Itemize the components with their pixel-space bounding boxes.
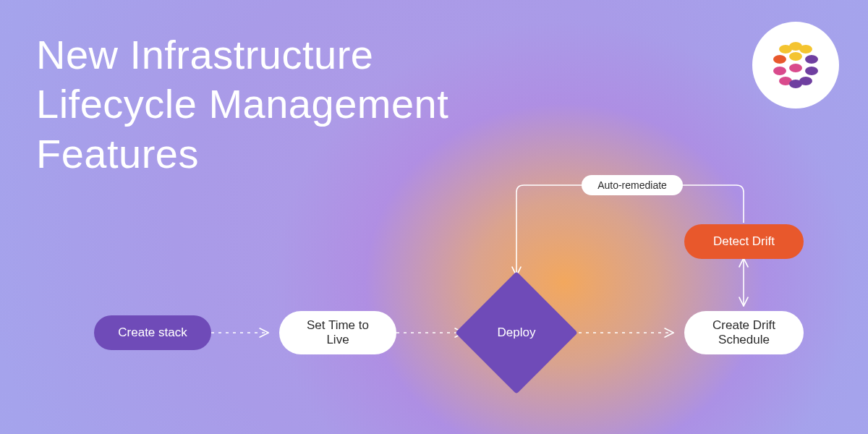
node-detect-drift: Detect Drift (684, 224, 804, 259)
node-create-stack-label: Create stack (118, 326, 187, 340)
pulumi-logo-icon (767, 36, 825, 94)
title-line1-bold: Infrastructure (130, 32, 374, 77)
svg-point-2 (799, 45, 812, 54)
title-line3: Features (36, 131, 199, 176)
node-deploy: Deploy (473, 289, 560, 376)
label-auto-remediate: Auto-remediate (582, 175, 683, 195)
svg-point-8 (805, 67, 818, 75)
node-create-drift-schedule-label: Create Drift Schedule (700, 318, 788, 348)
node-set-ttl: Set Time to Live (279, 311, 396, 354)
title-line1-pre: New (36, 32, 130, 77)
node-deploy-label: Deploy (498, 326, 536, 340)
svg-point-7 (789, 64, 802, 72)
node-detect-drift-label: Detect Drift (713, 234, 775, 249)
logo-badge (752, 22, 839, 109)
svg-point-6 (773, 67, 786, 75)
svg-point-11 (799, 77, 812, 85)
node-set-ttl-label: Set Time to Live (295, 318, 380, 348)
title-line2-bold: Lifecycle Management (36, 81, 448, 127)
svg-point-5 (805, 55, 818, 64)
node-create-drift-schedule: Create Drift Schedule (684, 311, 804, 354)
diagram-canvas: New Infrastructure Lifecycle Management … (0, 0, 868, 434)
label-auto-remediate-text: Auto-remediate (597, 179, 667, 192)
page-title: New Infrastructure Lifecycle Management … (36, 30, 448, 179)
svg-point-3 (773, 55, 786, 64)
svg-point-4 (789, 52, 802, 61)
node-create-stack: Create stack (94, 315, 211, 350)
